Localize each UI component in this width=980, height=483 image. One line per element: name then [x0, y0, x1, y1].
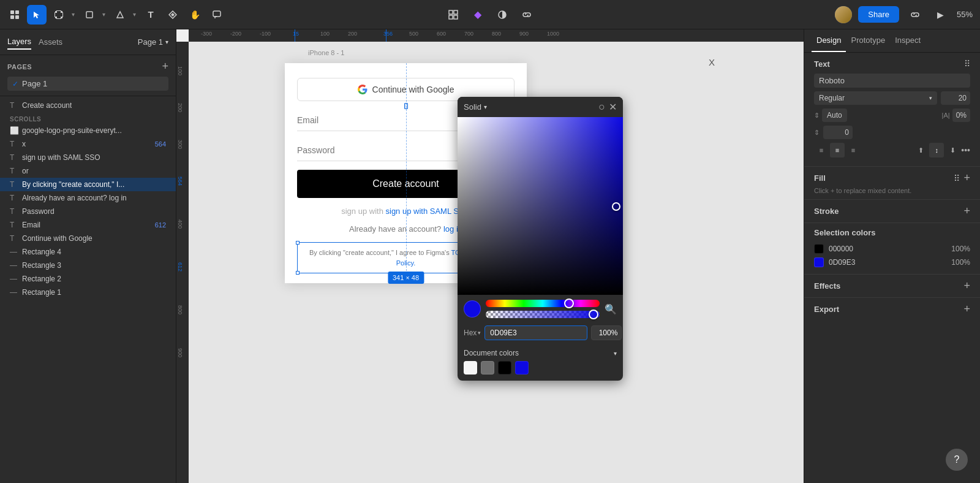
link-btn[interactable] [517, 5, 537, 25]
x-marker[interactable]: X [709, 57, 715, 67]
play-btn[interactable]: ▶ [931, 5, 951, 25]
layer-password[interactable]: T Password [0, 205, 176, 218]
comment-tool-btn[interactable] [207, 5, 227, 25]
user-avatar[interactable] [835, 6, 852, 23]
auto-selector[interactable]: Auto [822, 108, 847, 122]
hue-handle[interactable] [564, 299, 574, 308]
layer-disclaimer[interactable]: T By clicking "create account," I... [0, 178, 176, 191]
sel-swatch-black[interactable] [814, 244, 824, 254]
inspect-tab[interactable]: Inspect [890, 29, 925, 52]
layer-rect1[interactable]: — Rectangle 1 [0, 286, 176, 299]
alpha-slider[interactable] [486, 311, 600, 318]
eyedropper-btn[interactable]: 🔍 [605, 303, 617, 315]
valign-mid-btn[interactable]: ↕ [929, 143, 944, 158]
ruler-mark: 1000 [547, 31, 559, 37]
page-1-item[interactable]: ✓ Page 1 [7, 77, 168, 91]
sel-handle-tl[interactable] [296, 241, 300, 245]
font-size-input[interactable] [941, 91, 970, 105]
text-more-btn[interactable]: ••• [961, 145, 970, 155]
picker-close-btn[interactable]: ✕ [609, 101, 617, 113]
sliders [486, 300, 600, 318]
layer-email[interactable]: T Email 612 [0, 218, 176, 232]
add-page-btn[interactable]: + [162, 60, 168, 73]
hand-tool-btn[interactable]: ✋ [185, 5, 205, 25]
text-tool-btn[interactable]: T [141, 5, 160, 25]
layer-x[interactable]: T x 564 [0, 137, 176, 151]
sel-swatch-blue[interactable] [814, 257, 824, 267]
shape-tool-btn[interactable] [80, 5, 99, 25]
stroke-add-btn[interactable]: + [963, 205, 970, 218]
frame-tool-chevron[interactable]: ▾ [69, 5, 77, 25]
swatch-white[interactable] [464, 361, 477, 375]
layer-rect3[interactable]: — Rectangle 3 [0, 259, 176, 272]
share-button[interactable]: Share [858, 6, 899, 23]
layer-create-account[interactable]: T Create account [0, 99, 176, 112]
letter-spacing-val[interactable]: 0% [952, 108, 970, 122]
text-options-btn[interactable]: ⠿ [964, 59, 970, 69]
font-style-selector[interactable]: Regular ▾ [814, 91, 937, 105]
font-family-selector[interactable]: Roboto [814, 74, 970, 88]
align-right-btn[interactable]: ≡ [846, 143, 861, 158]
layer-rect4[interactable]: — Rectangle 4 [0, 245, 176, 259]
effects-section: Effects + [804, 275, 980, 298]
picker-mode-selector[interactable]: Solid ▾ [464, 102, 487, 112]
picker-mode-chevron: ▾ [484, 104, 487, 110]
layer-google-logo[interactable]: ⬜ google-logo-png-suite-everyt... [0, 124, 176, 137]
pen-tool-btn[interactable] [110, 5, 130, 25]
valign-top-btn[interactable]: ⬆ [913, 143, 928, 158]
select-tool-btn[interactable] [27, 5, 47, 25]
color-picker: Solid ▾ ○ ✕ [458, 97, 623, 381]
design-tab[interactable]: Design [812, 29, 846, 52]
opacity-input[interactable] [591, 325, 622, 340]
autolayout-btn[interactable] [443, 5, 463, 25]
swatch-black[interactable] [498, 361, 511, 375]
prototype-tab[interactable]: Prototype [846, 29, 890, 52]
canvas-area[interactable]: -300 -200 -100 15 100 200 356 500 600 70… [176, 29, 804, 483]
line-height-input[interactable] [823, 126, 853, 139]
alpha-handle[interactable] [589, 310, 598, 319]
fill-grid-btn[interactable]: ⠿ [954, 173, 960, 183]
page-selector[interactable]: Page 1 ▾ [138, 37, 168, 47]
picker-mode-label: Solid [464, 102, 481, 112]
color-gradient-area[interactable] [458, 117, 623, 295]
layer-saml[interactable]: T sign up with SAML SSO [0, 151, 176, 164]
valign-bot-btn[interactable]: ⬇ [945, 143, 960, 158]
align-center-btn[interactable]: ≡ [830, 143, 845, 158]
swatch-gray[interactable] [481, 361, 494, 375]
layer-or[interactable]: T or [0, 164, 176, 178]
right-panel: Design Prototype Inspect Text ⠿ Roboto R… [804, 29, 980, 483]
page-1-label: Page 1 [22, 79, 47, 88]
contrast-btn[interactable] [492, 5, 512, 25]
picker-circle-btn[interactable]: ○ [598, 101, 605, 113]
layer-rect2[interactable]: — Rectangle 2 [0, 272, 176, 286]
link-toolbar-btn[interactable] [905, 5, 925, 25]
selection-colors-section: Selection colors 000000 100% 0D09E3 100% [804, 223, 980, 275]
layer-already-have[interactable]: T Already have an account? log in [0, 191, 176, 205]
text-layer-icon-email: T [10, 221, 18, 229]
assets-tab[interactable]: Assets [39, 35, 62, 49]
component-tool-btn[interactable] [163, 5, 183, 25]
sel-handle-bl[interactable] [296, 271, 300, 275]
swatch-blue[interactable] [515, 361, 529, 375]
figma-logo-btn[interactable]: ◆ [468, 5, 488, 25]
export-add-btn[interactable]: + [963, 303, 970, 316]
doc-colors-header[interactable]: Document colors ▾ [464, 349, 617, 361]
auto-row: ⇕ Auto |A| 0% [814, 108, 970, 122]
shape-tool-chevron[interactable]: ▾ [99, 5, 108, 25]
ruler-mark-356: 356 [383, 31, 393, 37]
pen-tool-chevron[interactable]: ▾ [130, 5, 138, 25]
fill-add-btn[interactable]: + [963, 172, 970, 184]
grid-tool-btn[interactable] [5, 5, 24, 25]
zoom-level-btn[interactable]: 55% [957, 10, 973, 19]
frame-tool-btn[interactable] [49, 5, 69, 25]
ruler-mark-15: 15 [293, 31, 299, 37]
hue-slider[interactable] [486, 300, 600, 307]
resize-handle[interactable] [404, 103, 408, 109]
help-button[interactable]: ? [946, 449, 968, 471]
layers-tab[interactable]: Layers [7, 34, 31, 50]
hex-input[interactable] [484, 325, 587, 340]
align-left-btn[interactable]: ≡ [814, 143, 829, 158]
doc-colors-chevron: ▾ [614, 350, 617, 357]
effects-add-btn[interactable]: + [963, 280, 970, 292]
layer-continue-google[interactable]: T Continue with Google [0, 232, 176, 245]
